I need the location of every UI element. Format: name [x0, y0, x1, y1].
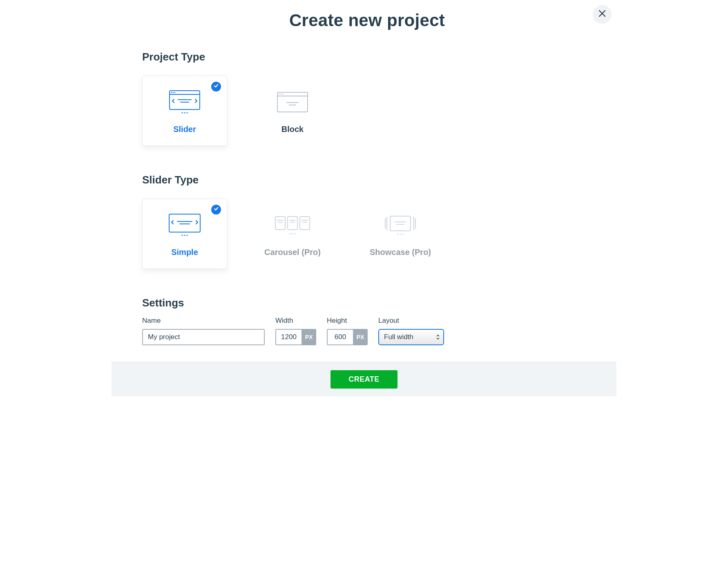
footer: CREATE — [112, 362, 616, 396]
showcase-icon — [384, 211, 417, 239]
svg-point-14 — [282, 94, 284, 95]
svg-point-22 — [186, 235, 188, 236]
slider-type-label: Carousel (Pro) — [264, 248, 321, 257]
section-heading-slider-type: Slider Type — [142, 174, 592, 186]
svg-point-20 — [181, 235, 183, 236]
name-input[interactable] — [142, 329, 265, 345]
close-button[interactable] — [593, 5, 612, 24]
width-label: Width — [275, 317, 316, 325]
carousel-icon — [274, 211, 311, 239]
svg-rect-17 — [169, 214, 200, 232]
settings-fields: Name Width PX Height PX Layout — [142, 317, 592, 345]
project-type-label: Block — [281, 125, 304, 134]
svg-point-2 — [171, 92, 172, 93]
layout-field-group: Layout Full width — [378, 317, 444, 345]
height-input[interactable] — [327, 329, 353, 345]
svg-point-34 — [294, 233, 295, 234]
svg-point-40 — [402, 233, 403, 235]
svg-rect-26 — [288, 217, 297, 230]
svg-point-21 — [184, 235, 185, 236]
slider-type-card-simple[interactable]: Simple — [142, 199, 227, 269]
slider-type-label: Showcase (Pro) — [370, 248, 431, 257]
svg-rect-29 — [300, 217, 310, 230]
select-arrows-icon — [436, 334, 440, 340]
name-field-group: Name — [142, 317, 265, 345]
slider-type-card-carousel: Carousel (Pro) — [250, 199, 335, 269]
check-icon — [213, 83, 219, 90]
svg-point-3 — [173, 92, 174, 93]
slider-type-row: Simple Carousel (Pro) — [142, 199, 592, 269]
svg-point-13 — [281, 94, 282, 95]
page-title: Create new project — [142, 11, 592, 30]
project-type-label: Slider — [173, 125, 196, 134]
height-field-group: Height PX — [327, 317, 368, 345]
svg-point-33 — [292, 233, 293, 234]
block-icon — [276, 88, 309, 116]
layout-label: Layout — [378, 317, 444, 325]
width-field-group: Width PX — [275, 317, 316, 345]
check-badge — [211, 82, 221, 92]
svg-point-39 — [400, 233, 401, 235]
svg-rect-35 — [390, 216, 411, 231]
svg-point-8 — [184, 112, 185, 113]
slider-type-card-showcase: Showcase (Pro) — [358, 199, 443, 269]
layout-select-value: Full width — [384, 333, 413, 341]
svg-point-38 — [397, 233, 398, 235]
project-type-card-slider[interactable]: Slider — [142, 76, 227, 146]
width-input[interactable] — [275, 329, 301, 345]
width-unit: PX — [301, 329, 316, 345]
height-label: Height — [327, 317, 368, 325]
svg-point-32 — [289, 233, 290, 234]
layout-select[interactable]: Full width — [378, 329, 444, 345]
svg-rect-23 — [275, 217, 285, 230]
height-unit: PX — [353, 329, 368, 345]
check-icon — [213, 206, 219, 213]
simple-slider-icon — [167, 211, 202, 239]
section-heading-project-type: Project Type — [142, 51, 592, 63]
slider-type-label: Simple — [171, 248, 198, 257]
svg-point-7 — [181, 112, 183, 113]
project-type-row: Slider Block — [142, 76, 592, 146]
project-type-card-block[interactable]: Block — [250, 76, 335, 146]
check-badge — [211, 205, 221, 215]
slider-icon — [168, 88, 201, 116]
create-button[interactable]: CREATE — [331, 370, 397, 389]
section-heading-settings: Settings — [142, 297, 592, 309]
close-icon — [598, 10, 606, 19]
svg-point-4 — [174, 92, 176, 93]
name-label: Name — [142, 317, 265, 325]
svg-point-12 — [279, 94, 280, 95]
svg-point-9 — [186, 112, 188, 113]
